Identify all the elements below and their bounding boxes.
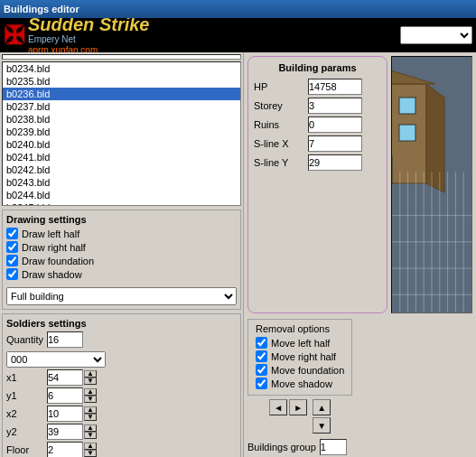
file-item[interactable]: b0244.bld xyxy=(3,189,240,201)
building-param-label: HP xyxy=(254,81,308,92)
removal-checkbox-label: Move left half xyxy=(271,338,330,349)
drawing-checkbox-label: Draw shadow xyxy=(22,269,82,280)
soldier-field-input[interactable] xyxy=(47,424,83,440)
file-item[interactable]: b0240.bld xyxy=(3,138,240,151)
soldier-field-spinner: ▲▼ xyxy=(84,370,97,385)
arrow-down-button[interactable]: ▼ xyxy=(313,417,331,434)
removal-checkbox-label: Move foundation xyxy=(271,365,344,376)
spinner-down[interactable]: ▼ xyxy=(84,378,97,385)
tree-item[interactable]: 💻 C:\ xyxy=(5,57,238,60)
soldier-field-row: x2▲▼ xyxy=(6,406,237,422)
removal-area: Removal options Move left halfMove right… xyxy=(247,319,352,455)
soldier-field-spinner: ▲▼ xyxy=(84,406,97,421)
full-building-row: Full buildingLeft halfRight half xyxy=(6,284,237,305)
file-item[interactable]: b0241.bld xyxy=(3,151,240,163)
file-item[interactable]: b0239.bld xyxy=(3,126,240,138)
soldier-field-row: y1▲▼ xyxy=(6,387,237,404)
quantity-row: Quantity xyxy=(6,331,237,348)
removal-checkbox[interactable] xyxy=(256,364,267,376)
soldier-field-label: y1 xyxy=(6,390,47,401)
right-panel: Building params HPStoreyRuinsS-line XS-l… xyxy=(244,52,476,457)
soldier-field-row: x1▲▼ xyxy=(6,369,237,386)
left-panel: 💻 C:\📁 Documents and Settings📁 User1📁 De… xyxy=(0,52,244,457)
spinner-down[interactable]: ▼ xyxy=(84,432,97,439)
arrow-controls: ◄ ► ▲ ▼ xyxy=(247,399,352,434)
soldiers-settings-group: Soldiers settings Quantity 000 x1▲▼y1▲▼x… xyxy=(2,313,241,457)
buildings-group-row: Buildings group xyxy=(247,439,352,455)
quantity-input[interactable] xyxy=(47,331,83,348)
building-param-row: HP xyxy=(254,79,381,95)
removal-options-title: Removal options xyxy=(256,323,344,334)
building-params-title: Building params xyxy=(254,62,381,73)
file-item[interactable]: b0235.bld xyxy=(3,75,240,88)
file-item[interactable]: b0236.bld xyxy=(3,88,240,100)
building-param-row: S-line Y xyxy=(254,154,381,171)
drawing-checkbox-label: Draw foundation xyxy=(22,256,94,266)
drawing-checkbox[interactable] xyxy=(6,255,18,266)
000-select[interactable]: 000 xyxy=(6,351,106,368)
logo-url: aprm.xunfan.com xyxy=(28,45,149,52)
drawing-checkbox[interactable] xyxy=(6,268,18,280)
arrow-left-button[interactable]: ◄ xyxy=(269,399,287,415)
removal-checkboxes: Move left halfMove right halfMove founda… xyxy=(256,337,344,389)
spinner-down[interactable]: ▼ xyxy=(84,414,97,421)
file-list-container: b0234.bldb0235.bldb0236.bldb0237.bldb023… xyxy=(2,61,241,206)
building-param-input[interactable] xyxy=(308,154,362,171)
removal-checkbox[interactable] xyxy=(256,378,267,389)
soldier-field-row: Floor▲▼ xyxy=(6,442,237,457)
file-list[interactable]: b0234.bldb0235.bldb0236.bldb0237.bldb023… xyxy=(2,61,241,206)
logo-text: Sudden Strike Empery Net aprm.xunfan.com xyxy=(28,18,149,52)
removal-checkbox-label: Move right half xyxy=(271,351,336,362)
drawing-checkbox-row: Draw shadow xyxy=(6,268,237,280)
drawing-checkbox-row: Draw left half xyxy=(6,228,237,239)
removal-checkbox[interactable] xyxy=(256,350,267,362)
building-param-input[interactable] xyxy=(308,135,362,152)
file-item[interactable]: b0237.bld xyxy=(3,100,240,113)
building-param-input[interactable] xyxy=(308,79,362,95)
building-param-label: Storey xyxy=(254,100,308,111)
building-param-input[interactable] xyxy=(308,98,362,114)
soldier-field-spinner: ▲▼ xyxy=(84,443,97,457)
up-down-col: ▲ ▼ xyxy=(313,399,331,434)
spinner-down[interactable]: ▼ xyxy=(84,450,97,457)
logo-dropdown-area xyxy=(400,26,472,44)
arrow-row: ◄ ► ▲ ▼ xyxy=(269,399,331,434)
building-params-fields: HPStoreyRuinsS-line XS-line Y xyxy=(254,79,381,171)
drawing-settings-title: Drawing settings xyxy=(6,214,237,225)
building-param-row: Storey xyxy=(254,98,381,114)
drawing-checkbox[interactable] xyxy=(6,228,18,239)
logo-dropdown[interactable] xyxy=(400,26,472,44)
removal-checkbox-row: Move shadow xyxy=(256,378,344,389)
removal-checkbox-row: Move foundation xyxy=(256,364,344,376)
drawing-checkbox-row: Draw foundation xyxy=(6,255,237,266)
building-param-label: S-line Y xyxy=(254,157,308,168)
drawing-checkbox[interactable] xyxy=(6,241,18,253)
building-param-input[interactable] xyxy=(308,117,362,133)
file-item[interactable]: b0242.bld xyxy=(3,163,240,176)
logo-title: Sudden Strike xyxy=(28,18,149,34)
arrow-right-button[interactable]: ► xyxy=(289,399,307,415)
buildings-group-input[interactable] xyxy=(320,439,347,455)
file-item[interactable]: b0238.bld xyxy=(3,113,240,126)
soldier-field-input[interactable] xyxy=(47,387,83,404)
file-item[interactable]: b0234.bld xyxy=(3,62,240,75)
soldiers-fields: x1▲▼y1▲▼x2▲▼y2▲▼Floor▲▼Stage▲▼ xyxy=(6,369,237,457)
soldier-field-label: Floor xyxy=(6,444,47,455)
file-tree[interactable]: 💻 C:\📁 Documents and Settings📁 User1📁 De… xyxy=(2,54,241,60)
file-item[interactable]: b0243.bld xyxy=(3,176,240,189)
soldiers-settings-title: Soldiers settings xyxy=(6,318,237,329)
building-param-label: Ruins xyxy=(254,119,308,130)
spinner-down[interactable]: ▼ xyxy=(84,396,97,403)
removal-checkbox[interactable] xyxy=(256,337,267,349)
soldier-field-spinner: ▲▼ xyxy=(84,424,97,439)
3d-view xyxy=(391,56,472,313)
soldier-field-input[interactable] xyxy=(47,369,83,386)
svg-rect-4 xyxy=(399,98,415,114)
soldier-field-input[interactable] xyxy=(47,406,83,422)
logo-area: ✠ Sudden Strike Empery Net aprm.xunfan.c… xyxy=(0,18,476,52)
soldier-field-input[interactable] xyxy=(47,442,83,457)
building-param-row: S-line X xyxy=(254,135,381,152)
file-item[interactable]: b0245.bld xyxy=(3,201,240,206)
arrow-up-button[interactable]: ▲ xyxy=(313,399,331,415)
full-building-select[interactable]: Full buildingLeft halfRight half xyxy=(6,287,237,305)
